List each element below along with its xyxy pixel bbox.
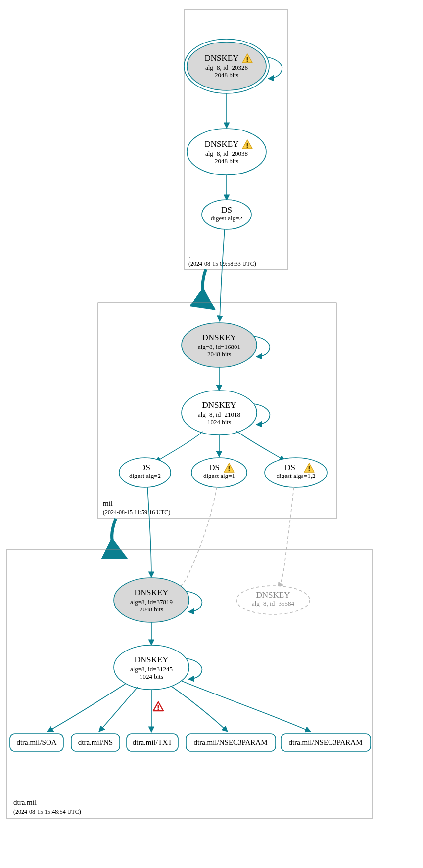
svg-text:DS: DS [221, 205, 232, 215]
node-root-zsk: DNSKEY alg=8, id=20038 2048 bits [187, 129, 266, 175]
leaf-ns: dtra.mil/NS [71, 734, 120, 751]
dnssec-diagram: . (2024-08-15 09:58:33 UTC) DNSKEY alg=8… [0, 0, 423, 868]
zone-root-label: . [188, 252, 190, 260]
leaf-soa: dtra.mil/SOA [10, 734, 63, 751]
edge [99, 687, 138, 732]
zone-connector [202, 269, 214, 309]
edge-ghost [278, 487, 294, 588]
zone-mil-timestamp: (2024-08-15 11:59:16 UTC) [103, 509, 170, 516]
edge [47, 684, 126, 732]
edge [155, 432, 203, 462]
svg-text:DNSKEY: DNSKEY [256, 590, 290, 600]
svg-text:DNSKEY: DNSKEY [205, 139, 239, 149]
leaf-nsec3param-2: dtra.mil/NSEC3PARAM [281, 734, 371, 751]
svg-text:alg=8, id=16801: alg=8, id=16801 [198, 343, 240, 350]
node-mil-ds2: DS digest alg=1 [191, 458, 247, 487]
svg-text:dtra.mil/NS: dtra.mil/NS [78, 738, 113, 746]
svg-text:2048 bits: 2048 bits [215, 71, 238, 79]
svg-text:DNSKEY: DNSKEY [202, 333, 236, 342]
svg-text:dtra.mil/TXT: dtra.mil/TXT [133, 738, 172, 746]
svg-text:1024 bits: 1024 bits [207, 418, 231, 426]
node-mil-ksk: DNSKEY alg=8, id=16801 2048 bits [182, 323, 257, 367]
self-loop [266, 57, 282, 79]
svg-text:alg=8, id=20326: alg=8, id=20326 [205, 64, 248, 71]
node-mil-ds3: DS digest algs=1,2 [265, 458, 327, 487]
svg-text:digest alg=2: digest alg=2 [211, 215, 242, 222]
svg-text:2048 bits: 2048 bits [207, 350, 231, 358]
svg-text:alg=8, id=21018: alg=8, id=21018 [198, 411, 240, 418]
node-mil-zsk: DNSKEY alg=8, id=21018 1024 bits [182, 391, 257, 435]
svg-text:DS: DS [284, 463, 295, 472]
svg-text:alg=8, id=35584: alg=8, id=35584 [252, 600, 295, 607]
zone-dtra-label: dtra.mil [13, 798, 37, 806]
svg-text:digest alg=2: digest alg=2 [129, 472, 161, 479]
leaf-txt: dtra.mil/TXT [127, 734, 178, 751]
edge [171, 686, 228, 732]
edge-ghost [174, 487, 217, 592]
leaf-nsec3param-1: dtra.mil/NSEC3PARAM [186, 734, 276, 751]
svg-text:2048 bits: 2048 bits [140, 606, 163, 613]
edge [147, 487, 151, 577]
node-dtra-zsk: DNSKEY alg=8, id=31245 1024 bits [114, 645, 189, 690]
svg-text:digest alg=1: digest alg=1 [203, 472, 235, 479]
svg-text:1024 bits: 1024 bits [140, 673, 163, 680]
node-dtra-ksk: DNSKEY alg=8, id=37819 2048 bits [114, 578, 189, 622]
edge [236, 431, 285, 461]
zone-mil-label: mil [103, 499, 113, 507]
node-dtra-ghost: DNSKEY alg=8, id=35584 [236, 586, 310, 614]
edge [182, 681, 311, 732]
svg-text:2048 bits: 2048 bits [215, 157, 238, 165]
svg-text:alg=8, id=31245: alg=8, id=31245 [130, 665, 173, 673]
svg-text:digest algs=1,2: digest algs=1,2 [277, 472, 316, 479]
svg-text:DNSKEY: DNSKEY [205, 53, 239, 63]
node-root-ksk: DNSKEY alg=8, id=20326 2048 bits [184, 39, 269, 93]
svg-text:alg=8, id=20038: alg=8, id=20038 [205, 150, 248, 157]
svg-text:dtra.mil/NSEC3PARAM: dtra.mil/NSEC3PARAM [288, 738, 362, 746]
node-mil-ds1: DS digest alg=2 [119, 458, 171, 487]
svg-text:dtra.mil/NSEC3PARAM: dtra.mil/NSEC3PARAM [193, 738, 267, 746]
svg-text:DS: DS [140, 463, 150, 472]
svg-text:alg=8, id=37819: alg=8, id=37819 [130, 598, 173, 606]
edge [220, 229, 225, 321]
svg-text:dtra.mil/SOA: dtra.mil/SOA [16, 738, 56, 746]
zone-connector [112, 519, 126, 558]
node-root-ds: DS digest alg=2 [202, 200, 251, 229]
error-icon [153, 702, 163, 711]
svg-text:DS: DS [209, 463, 220, 472]
svg-text:DNSKEY: DNSKEY [135, 588, 169, 597]
svg-text:DNSKEY: DNSKEY [135, 655, 169, 664]
zone-dtra-timestamp: (2024-08-15 15:48:54 UTC) [13, 808, 81, 815]
svg-text:DNSKEY: DNSKEY [202, 400, 236, 410]
